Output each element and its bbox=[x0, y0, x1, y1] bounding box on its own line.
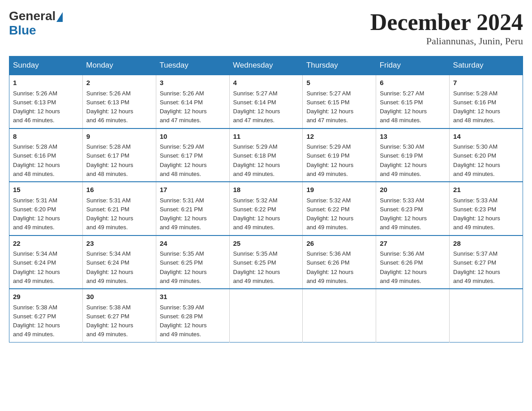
day-info: Sunrise: 5:28 AMSunset: 6:16 PMDaylight:… bbox=[13, 143, 60, 177]
table-row: 7 Sunrise: 5:28 AMSunset: 6:16 PMDayligh… bbox=[450, 75, 523, 128]
logo: General Blue bbox=[9, 9, 64, 38]
day-number: 10 bbox=[160, 132, 226, 142]
page-header: General Blue December 2024 Paliannunas, … bbox=[9, 9, 523, 47]
table-row: 15 Sunrise: 5:31 AMSunset: 6:20 PMDaylig… bbox=[9, 182, 83, 235]
day-number: 24 bbox=[160, 239, 226, 249]
table-row: 21 Sunrise: 5:33 AMSunset: 6:23 PMDaylig… bbox=[450, 182, 523, 235]
table-row: 18 Sunrise: 5:32 AMSunset: 6:22 PMDaylig… bbox=[229, 182, 303, 235]
day-number: 8 bbox=[13, 132, 79, 142]
table-row bbox=[376, 289, 450, 342]
header-wednesday: Wednesday bbox=[229, 56, 303, 75]
table-row: 26 Sunrise: 5:36 AMSunset: 6:26 PMDaylig… bbox=[303, 235, 376, 289]
day-info: Sunrise: 5:35 AMSunset: 6:25 PMDaylight:… bbox=[160, 250, 207, 284]
table-row: 8 Sunrise: 5:28 AMSunset: 6:16 PMDayligh… bbox=[9, 128, 83, 182]
day-number: 4 bbox=[233, 78, 299, 88]
day-info: Sunrise: 5:32 AMSunset: 6:22 PMDaylight:… bbox=[233, 197, 280, 231]
table-row: 1 Sunrise: 5:26 AMSunset: 6:13 PMDayligh… bbox=[9, 75, 83, 128]
day-number: 16 bbox=[86, 185, 152, 195]
table-row: 25 Sunrise: 5:35 AMSunset: 6:25 PMDaylig… bbox=[229, 235, 303, 289]
month-title: December 2024 bbox=[370, 9, 523, 35]
calendar-week-row: 8 Sunrise: 5:28 AMSunset: 6:16 PMDayligh… bbox=[9, 128, 523, 182]
day-number: 7 bbox=[453, 78, 519, 88]
day-number: 29 bbox=[13, 292, 79, 302]
header-friday: Friday bbox=[376, 56, 450, 75]
header-tuesday: Tuesday bbox=[156, 56, 229, 75]
day-number: 9 bbox=[86, 132, 152, 142]
day-number: 21 bbox=[453, 185, 519, 195]
day-info: Sunrise: 5:36 AMSunset: 6:26 PMDaylight:… bbox=[380, 250, 427, 284]
table-row: 13 Sunrise: 5:30 AMSunset: 6:19 PMDaylig… bbox=[376, 128, 450, 182]
day-number: 3 bbox=[160, 78, 226, 88]
day-info: Sunrise: 5:35 AMSunset: 6:25 PMDaylight:… bbox=[233, 250, 280, 284]
day-number: 6 bbox=[380, 78, 446, 88]
calendar-table: Sunday Monday Tuesday Wednesday Thursday… bbox=[9, 56, 523, 342]
day-number: 15 bbox=[13, 185, 79, 195]
day-info: Sunrise: 5:33 AMSunset: 6:23 PMDaylight:… bbox=[380, 197, 427, 231]
table-row: 14 Sunrise: 5:30 AMSunset: 6:20 PMDaylig… bbox=[450, 128, 523, 182]
calendar-week-row: 29 Sunrise: 5:38 AMSunset: 6:27 PMDaylig… bbox=[9, 289, 523, 342]
day-info: Sunrise: 5:29 AMSunset: 6:17 PMDaylight:… bbox=[160, 143, 207, 177]
day-info: Sunrise: 5:29 AMSunset: 6:18 PMDaylight:… bbox=[233, 143, 280, 177]
header-monday: Monday bbox=[82, 56, 156, 75]
table-row: 10 Sunrise: 5:29 AMSunset: 6:17 PMDaylig… bbox=[156, 128, 229, 182]
title-section: December 2024 Paliannunas, Junin, Peru bbox=[370, 9, 523, 47]
calendar-week-row: 15 Sunrise: 5:31 AMSunset: 6:20 PMDaylig… bbox=[9, 182, 523, 235]
day-number: 19 bbox=[306, 185, 372, 195]
table-row: 22 Sunrise: 5:34 AMSunset: 6:24 PMDaylig… bbox=[9, 235, 83, 289]
day-info: Sunrise: 5:27 AMSunset: 6:15 PMDaylight:… bbox=[380, 90, 427, 124]
day-number: 14 bbox=[453, 132, 519, 142]
day-number: 30 bbox=[86, 292, 152, 302]
location: Paliannunas, Junin, Peru bbox=[370, 35, 523, 47]
day-number: 12 bbox=[306, 132, 372, 142]
table-row: 16 Sunrise: 5:31 AMSunset: 6:21 PMDaylig… bbox=[82, 182, 156, 235]
table-row: 29 Sunrise: 5:38 AMSunset: 6:27 PMDaylig… bbox=[9, 289, 83, 342]
logo-blue-text: Blue bbox=[9, 23, 36, 38]
day-info: Sunrise: 5:26 AMSunset: 6:13 PMDaylight:… bbox=[86, 90, 133, 124]
table-row: 4 Sunrise: 5:27 AMSunset: 6:14 PMDayligh… bbox=[229, 75, 303, 128]
day-number: 27 bbox=[380, 239, 446, 249]
day-info: Sunrise: 5:36 AMSunset: 6:26 PMDaylight:… bbox=[306, 250, 353, 284]
table-row: 20 Sunrise: 5:33 AMSunset: 6:23 PMDaylig… bbox=[376, 182, 450, 235]
table-row: 28 Sunrise: 5:37 AMSunset: 6:27 PMDaylig… bbox=[450, 235, 523, 289]
day-info: Sunrise: 5:37 AMSunset: 6:27 PMDaylight:… bbox=[453, 250, 500, 284]
day-info: Sunrise: 5:38 AMSunset: 6:27 PMDaylight:… bbox=[86, 304, 133, 338]
day-number: 28 bbox=[453, 239, 519, 249]
day-number: 31 bbox=[160, 292, 226, 302]
day-info: Sunrise: 5:30 AMSunset: 6:19 PMDaylight:… bbox=[380, 143, 427, 177]
day-number: 2 bbox=[86, 78, 152, 88]
table-row: 17 Sunrise: 5:31 AMSunset: 6:21 PMDaylig… bbox=[156, 182, 229, 235]
logo-triangle-icon bbox=[56, 12, 63, 22]
table-row bbox=[450, 289, 523, 342]
day-info: Sunrise: 5:31 AMSunset: 6:20 PMDaylight:… bbox=[13, 197, 60, 231]
day-number: 5 bbox=[306, 78, 372, 88]
table-row: 24 Sunrise: 5:35 AMSunset: 6:25 PMDaylig… bbox=[156, 235, 229, 289]
calendar-week-row: 22 Sunrise: 5:34 AMSunset: 6:24 PMDaylig… bbox=[9, 235, 523, 289]
table-row: 9 Sunrise: 5:28 AMSunset: 6:17 PMDayligh… bbox=[82, 128, 156, 182]
table-row: 30 Sunrise: 5:38 AMSunset: 6:27 PMDaylig… bbox=[82, 289, 156, 342]
header-thursday: Thursday bbox=[303, 56, 376, 75]
day-number: 1 bbox=[13, 78, 79, 88]
day-number: 26 bbox=[306, 239, 372, 249]
table-row: 31 Sunrise: 5:39 AMSunset: 6:28 PMDaylig… bbox=[156, 289, 229, 342]
day-info: Sunrise: 5:27 AMSunset: 6:15 PMDaylight:… bbox=[306, 90, 353, 124]
day-info: Sunrise: 5:26 AMSunset: 6:14 PMDaylight:… bbox=[160, 90, 207, 124]
day-info: Sunrise: 5:26 AMSunset: 6:13 PMDaylight:… bbox=[13, 90, 60, 124]
table-row: 5 Sunrise: 5:27 AMSunset: 6:15 PMDayligh… bbox=[303, 75, 376, 128]
day-info: Sunrise: 5:31 AMSunset: 6:21 PMDaylight:… bbox=[160, 197, 207, 231]
day-info: Sunrise: 5:31 AMSunset: 6:21 PMDaylight:… bbox=[86, 197, 133, 231]
table-row: 11 Sunrise: 5:29 AMSunset: 6:18 PMDaylig… bbox=[229, 128, 303, 182]
day-number: 17 bbox=[160, 185, 226, 195]
table-row: 3 Sunrise: 5:26 AMSunset: 6:14 PMDayligh… bbox=[156, 75, 229, 128]
table-row bbox=[229, 289, 303, 342]
day-info: Sunrise: 5:39 AMSunset: 6:28 PMDaylight:… bbox=[160, 304, 207, 338]
day-info: Sunrise: 5:29 AMSunset: 6:19 PMDaylight:… bbox=[306, 143, 353, 177]
table-row: 23 Sunrise: 5:34 AMSunset: 6:24 PMDaylig… bbox=[82, 235, 156, 289]
day-info: Sunrise: 5:32 AMSunset: 6:22 PMDaylight:… bbox=[306, 197, 353, 231]
table-row: 6 Sunrise: 5:27 AMSunset: 6:15 PMDayligh… bbox=[376, 75, 450, 128]
calendar-week-row: 1 Sunrise: 5:26 AMSunset: 6:13 PMDayligh… bbox=[9, 75, 523, 128]
day-info: Sunrise: 5:28 AMSunset: 6:17 PMDaylight:… bbox=[86, 143, 133, 177]
day-number: 11 bbox=[233, 132, 299, 142]
table-row: 19 Sunrise: 5:32 AMSunset: 6:22 PMDaylig… bbox=[303, 182, 376, 235]
day-number: 20 bbox=[380, 185, 446, 195]
day-info: Sunrise: 5:28 AMSunset: 6:16 PMDaylight:… bbox=[453, 90, 500, 124]
